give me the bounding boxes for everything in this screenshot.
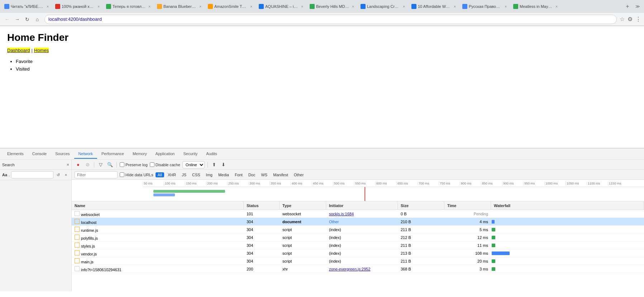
header-status[interactable]: Status bbox=[244, 201, 280, 210]
table-row[interactable]: websocket101websocketsockjs.js:16840 BPe… bbox=[72, 210, 644, 218]
tab-tab11[interactable]: Meatless in May -...× bbox=[510, 1, 560, 11]
tab-tab4[interactable]: Banana Blueberry A...× bbox=[154, 1, 204, 11]
bookmark-star[interactable]: ☆ bbox=[620, 16, 625, 23]
tab-menu-button[interactable]: ≫ bbox=[633, 1, 643, 11]
search-input[interactable] bbox=[11, 171, 53, 178]
devtools-tab-audits[interactable]: Audits bbox=[202, 149, 221, 159]
row-type-cell: websocket bbox=[280, 212, 326, 216]
tab-close-tab6[interactable]: × bbox=[301, 5, 303, 9]
search-close-icon[interactable]: × bbox=[67, 162, 69, 167]
disable-cache-checkbox[interactable] bbox=[150, 162, 154, 167]
tab-tab6[interactable]: AQUASHINE – injec...× bbox=[256, 1, 306, 11]
menu-button[interactable]: ⋮ bbox=[635, 16, 641, 23]
filter-tag-js[interactable]: JS bbox=[180, 172, 189, 177]
header-size[interactable]: Size bbox=[398, 201, 444, 210]
header-time[interactable]: Time bbox=[444, 201, 491, 210]
table-row[interactable]: info?t=1580610294631200xhrzone-evergreen… bbox=[72, 265, 644, 273]
filter-tag-css[interactable]: CSS bbox=[190, 172, 202, 177]
filter-tag-other[interactable]: Other bbox=[292, 172, 306, 177]
filter-tag-all[interactable]: All bbox=[156, 172, 164, 177]
devtools-tab-console[interactable]: Console bbox=[28, 149, 51, 159]
tab-tab5[interactable]: AmazonSmile Than...× bbox=[205, 1, 255, 11]
stop-button[interactable]: ⊘ bbox=[84, 161, 91, 168]
row-type-cell: xhr bbox=[280, 267, 326, 271]
tab-tab8[interactable]: Landscaping Crystal...× bbox=[358, 1, 408, 11]
reload-button[interactable]: ↻ bbox=[23, 15, 32, 24]
initiator-link[interactable]: zone-evergreen.js:2952 bbox=[329, 267, 371, 271]
devtools-tab-network[interactable]: Network bbox=[74, 149, 97, 159]
devtools-tab-security[interactable]: Security bbox=[179, 149, 202, 159]
tab-close-tab10[interactable]: × bbox=[505, 5, 507, 9]
initiator-link[interactable]: sockjs.js:1684 bbox=[329, 212, 354, 216]
tab-label-tab8: Landscaping Crystal... bbox=[367, 4, 400, 9]
header-initiator[interactable]: Initiator bbox=[326, 201, 398, 210]
filter-tag-doc[interactable]: Doc bbox=[246, 172, 258, 177]
header-waterfall[interactable]: Waterfall bbox=[491, 201, 644, 210]
table-row[interactable]: main.js304script(index)211 B20 ms bbox=[72, 257, 644, 265]
row-initiator-cell: Other bbox=[326, 220, 398, 224]
disable-cache-check[interactable]: Disable cache bbox=[150, 162, 180, 167]
filter-tag-manifest[interactable]: Manifest bbox=[271, 172, 290, 177]
devtools-tab-elements[interactable]: Elements bbox=[3, 149, 28, 159]
table-row[interactable]: styles.js304script(index)211 B11 ms bbox=[72, 241, 644, 249]
preserve-log-check[interactable]: Preserve log bbox=[120, 162, 148, 167]
filter-tag-media[interactable]: Media bbox=[216, 172, 231, 177]
devtools-tab-sources[interactable]: Sources bbox=[51, 149, 74, 159]
tab-tab7[interactable]: Beverly Hills MD: Lif...× bbox=[307, 1, 357, 11]
new-tab-button[interactable]: + bbox=[622, 1, 633, 11]
filter-tag-img[interactable]: Img bbox=[204, 172, 215, 177]
preserve-log-checkbox[interactable] bbox=[120, 162, 124, 167]
close-search-button[interactable]: × bbox=[63, 172, 69, 178]
devtools-right-panel: ● ⊘ ▽ 🔍 Preserve log Disable cache Onlin… bbox=[72, 160, 644, 291]
tab-close-tab4[interactable]: × bbox=[199, 5, 201, 9]
devtools-tab-memory[interactable]: Memory bbox=[128, 149, 151, 159]
filter-tag-ws[interactable]: WS bbox=[259, 172, 269, 177]
table-row[interactable]: runtime.js304script(index)211 B5 ms bbox=[72, 226, 644, 234]
tab-tab9[interactable]: 10 Affordable Ways...× bbox=[409, 1, 459, 11]
back-button[interactable]: ← bbox=[3, 15, 11, 24]
tab-close-tab2[interactable]: × bbox=[97, 5, 100, 9]
hide-data-urls-check[interactable]: Hide data URLs bbox=[120, 172, 153, 177]
tab-close-tab3[interactable]: × bbox=[148, 5, 151, 9]
breadcrumb-dashboard[interactable]: Dashboard bbox=[7, 48, 30, 53]
upload-button[interactable]: ⬆ bbox=[211, 161, 218, 168]
row-size-cell: 0 B bbox=[398, 212, 444, 216]
devtools-tab-performance[interactable]: Performance bbox=[97, 149, 128, 159]
devtools-tab-application[interactable]: Application bbox=[151, 149, 179, 159]
refresh-search-button[interactable]: ↺ bbox=[55, 172, 61, 178]
row-status-cell: 101 bbox=[244, 212, 280, 216]
url-input[interactable] bbox=[44, 15, 617, 24]
online-select[interactable]: Online bbox=[182, 161, 205, 168]
search-button[interactable]: 🔍 bbox=[106, 161, 114, 168]
tab-close-tab8[interactable]: × bbox=[403, 5, 405, 9]
tab-close-tab1[interactable]: × bbox=[47, 5, 49, 9]
forward-button[interactable]: → bbox=[13, 15, 22, 24]
tab-tab3[interactable]: Теперь я готовлю...× bbox=[103, 1, 153, 11]
timeline-tick: 1100 ms bbox=[587, 182, 608, 185]
header-type[interactable]: Type bbox=[280, 201, 326, 210]
download-button[interactable]: ⬇ bbox=[220, 161, 227, 168]
timeline-tick: 600 ms bbox=[375, 182, 396, 185]
breadcrumb-homes[interactable]: Homes bbox=[34, 48, 49, 53]
record-button[interactable]: ● bbox=[75, 161, 82, 168]
table-row[interactable]: polyfills.js304script(index)212 B12 ms bbox=[72, 234, 644, 241]
profile-icon[interactable]: ⚙ bbox=[628, 16, 633, 23]
row-waterfall-cell bbox=[491, 265, 644, 273]
tab-tab10[interactable]: Русская Православ...× bbox=[459, 1, 510, 11]
row-time-cell: 20 ms bbox=[444, 259, 491, 263]
filter-tag-font[interactable]: Font bbox=[233, 172, 245, 177]
filter-button[interactable]: ▽ bbox=[97, 161, 104, 168]
home-button[interactable]: ⌂ bbox=[33, 15, 42, 24]
tab-tab1[interactable]: Читать "кЛИБЕ. Ко...× bbox=[1, 1, 52, 11]
tab-close-tab7[interactable]: × bbox=[352, 5, 354, 9]
hide-data-urls-checkbox[interactable] bbox=[120, 172, 124, 177]
filter-input[interactable] bbox=[75, 171, 118, 178]
table-row[interactable]: localhost304documentOther210 B4 ms bbox=[72, 218, 644, 226]
table-row[interactable]: vendor.js304script(index)213 B108 ms bbox=[72, 249, 644, 257]
tab-close-tab9[interactable]: × bbox=[454, 5, 456, 9]
tab-close-tab11[interactable]: × bbox=[555, 5, 558, 9]
filter-tag-xhr[interactable]: XHR bbox=[166, 172, 178, 177]
tab-close-tab5[interactable]: × bbox=[250, 5, 252, 9]
header-name[interactable]: Name bbox=[72, 201, 244, 210]
tab-tab2[interactable]: 100% ржаной хлеб...× bbox=[52, 1, 102, 11]
